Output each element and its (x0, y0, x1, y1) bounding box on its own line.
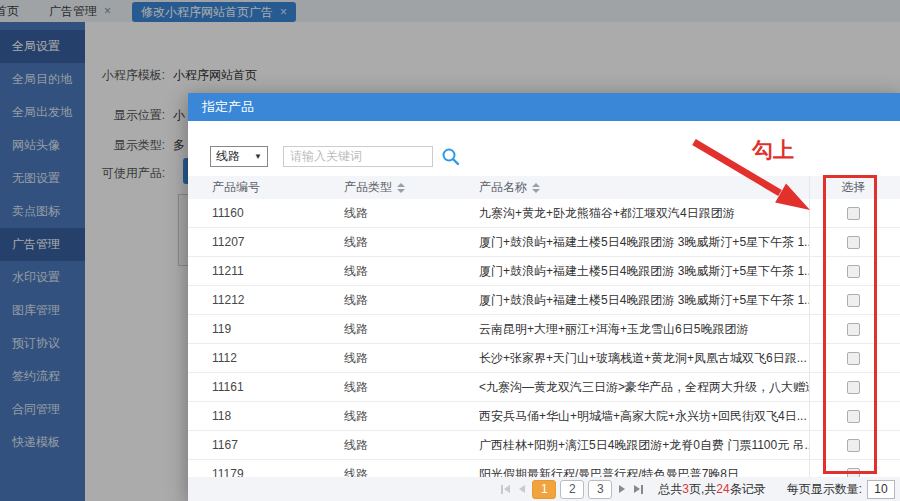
column-label: 选择 (842, 179, 866, 196)
page-size-input[interactable] (867, 480, 895, 499)
select-cell (809, 228, 897, 256)
table-row[interactable]: 11212线路厦门+鼓浪屿+福建土楼5日4晚跟团游 3晚威斯汀+5星下午茶 1.… (188, 286, 900, 315)
column-label: 产品类型 (344, 179, 392, 196)
row-checkbox[interactable] (847, 352, 860, 365)
column-header-product-type[interactable]: 产品类型 (344, 179, 479, 196)
last-page-icon[interactable] (632, 485, 645, 494)
row-checkbox[interactable] (847, 439, 860, 452)
modal-header: 指定产品 (188, 93, 900, 121)
keyword-search-input[interactable] (283, 146, 433, 167)
product-type-cell: 线路 (344, 292, 479, 309)
select-cell (809, 315, 897, 343)
row-checkbox[interactable] (847, 294, 860, 307)
sort-icon[interactable] (532, 183, 540, 193)
product-type-cell: 线路 (344, 350, 479, 367)
select-cell (809, 373, 897, 401)
product-table: 产品编号 产品类型 产品名称 选择 11160线路九寨沟+黄龙+卧龙熊猫谷+都江… (188, 176, 900, 489)
select-cell (809, 402, 897, 430)
column-label: 产品编号 (212, 179, 260, 196)
product-type-cell: 线路 (344, 379, 479, 396)
product-type-cell: 线路 (344, 234, 479, 251)
table-row[interactable]: 11211线路厦门+鼓浪屿+福建土楼5日4晚跟团游 3晚威斯汀+5星下午茶 1.… (188, 257, 900, 286)
product-name-cell: 厦门+鼓浪屿+福建土楼5日4晚跟团游 3晚威斯汀+5星下午茶 1... (479, 263, 809, 280)
product-name-cell: 厦门+鼓浪屿+福建土楼5日4晚跟团游 3晚威斯汀+5星下午茶 1... (479, 292, 809, 309)
specify-product-modal: 指定产品 线路 ▼ 产品编号 产品类型 (188, 93, 900, 501)
product-type-select[interactable]: 线路 ▼ (210, 146, 268, 167)
product-name-cell: 广西桂林+阳朔+漓江5日4晚跟团游+龙脊0自费 门票1100元 吊... (479, 437, 809, 454)
pagination-bar: 123 总共3页,共24条记录 每页显示数量: (188, 477, 900, 501)
page-size-label: 每页显示数量: (787, 481, 862, 498)
column-label: 产品名称 (479, 179, 527, 196)
product-id-cell: 1112 (188, 351, 344, 365)
page-button[interactable]: 2 (560, 480, 584, 499)
table-row[interactable]: 119线路云南昆明+大理+丽江+洱海+玉龙雪山6日5晚跟团游 (188, 315, 900, 344)
total-pages: 3 (682, 482, 689, 496)
product-id-cell: 11160 (188, 206, 344, 220)
product-id-cell: 118 (188, 409, 344, 423)
table-row[interactable]: 118线路西安兵马俑+华山+明城墙+高家大院+永兴坊+回民街双飞4日... (188, 402, 900, 431)
page-button[interactable]: 3 (588, 480, 612, 499)
product-type-cell: 线路 (344, 321, 479, 338)
row-checkbox[interactable] (847, 381, 860, 394)
page-button[interactable]: 1 (532, 480, 556, 499)
row-checkbox[interactable] (847, 323, 860, 336)
row-checkbox[interactable] (847, 207, 860, 220)
select-cell (809, 257, 897, 285)
chevron-down-icon: ▼ (254, 152, 262, 161)
row-checkbox[interactable] (847, 265, 860, 278)
prev-page-icon[interactable] (517, 485, 527, 493)
product-id-cell: 11207 (188, 235, 344, 249)
product-type-select-value: 线路 (216, 148, 240, 165)
select-cell (809, 286, 897, 314)
product-id-cell: 1167 (188, 438, 344, 452)
product-name-cell: 西安兵马俑+华山+明城墙+高家大院+永兴坊+回民街双飞4日... (479, 408, 809, 425)
product-id-cell: 11161 (188, 380, 344, 394)
product-table-body: 11160线路九寨沟+黄龙+卧龙熊猫谷+都江堰双汽4日跟团游11207线路厦门+… (188, 199, 900, 489)
filter-row: 线路 ▼ (210, 145, 460, 167)
summary-text: 条记录 (730, 482, 766, 496)
product-name-cell: 九寨沟+黄龙+卧龙熊猫谷+都江堰双汽4日跟团游 (479, 205, 809, 222)
column-header-select: 选择 (809, 176, 897, 199)
select-cell (809, 344, 897, 372)
summary-text: 总共 (658, 482, 682, 496)
product-id-cell: 11212 (188, 293, 344, 307)
app-screen: 首页广告管理×修改小程序网站首页广告× 全局设置全局目的地全局出发地网站头像无图… (0, 0, 900, 501)
product-id-cell: 11211 (188, 264, 344, 278)
row-checkbox[interactable] (847, 236, 860, 249)
table-row[interactable]: 11160线路九寨沟+黄龙+卧龙熊猫谷+都江堰双汽4日跟团游 (188, 199, 900, 228)
select-cell (809, 431, 897, 459)
next-page-icon[interactable] (617, 485, 627, 493)
select-cell (809, 199, 897, 227)
product-name-cell: 长沙+张家界+天门山+玻璃栈道+黄龙洞+凤凰古城双飞6日跟... (479, 350, 809, 367)
product-name-cell: <九寨沟—黄龙双汽三日游>豪华产品，全程两大升级，八大赠送 (479, 379, 809, 396)
product-id-cell: 119 (188, 322, 344, 336)
total-records: 24 (716, 482, 729, 496)
product-name-cell: 云南昆明+大理+丽江+洱海+玉龙雪山6日5晚跟团游 (479, 321, 809, 338)
search-icon[interactable] (441, 147, 460, 166)
modal-title: 指定产品 (188, 98, 254, 116)
column-header-product-id: 产品编号 (188, 179, 344, 196)
first-page-icon[interactable] (499, 485, 512, 494)
product-name-cell: 厦门+鼓浪屿+福建土楼5日4晚跟团游 3晚威斯汀+5星下午茶 1... (479, 234, 809, 251)
table-row[interactable]: 11161线路<九寨沟—黄龙双汽三日游>豪华产品，全程两大升级，八大赠送 (188, 373, 900, 402)
table-row[interactable]: 1167线路广西桂林+阳朔+漓江5日4晚跟团游+龙脊0自费 门票1100元 吊.… (188, 431, 900, 460)
summary-text: 页,共 (689, 482, 716, 496)
table-row[interactable]: 11207线路厦门+鼓浪屿+福建土楼5日4晚跟团游 3晚威斯汀+5星下午茶 1.… (188, 228, 900, 257)
product-type-cell: 线路 (344, 408, 479, 425)
row-checkbox[interactable] (847, 410, 860, 423)
product-type-cell: 线路 (344, 205, 479, 222)
sort-icon[interactable] (397, 183, 405, 193)
product-type-cell: 线路 (344, 263, 479, 280)
page-buttons: 123 (532, 480, 612, 499)
product-table-header: 产品编号 产品类型 产品名称 选择 (188, 176, 900, 199)
product-type-cell: 线路 (344, 437, 479, 454)
table-row[interactable]: 1112线路长沙+张家界+天门山+玻璃栈道+黄龙洞+凤凰古城双飞6日跟... (188, 344, 900, 373)
pagination-summary: 总共3页,共24条记录 (658, 481, 765, 498)
column-header-product-name[interactable]: 产品名称 (479, 179, 809, 196)
